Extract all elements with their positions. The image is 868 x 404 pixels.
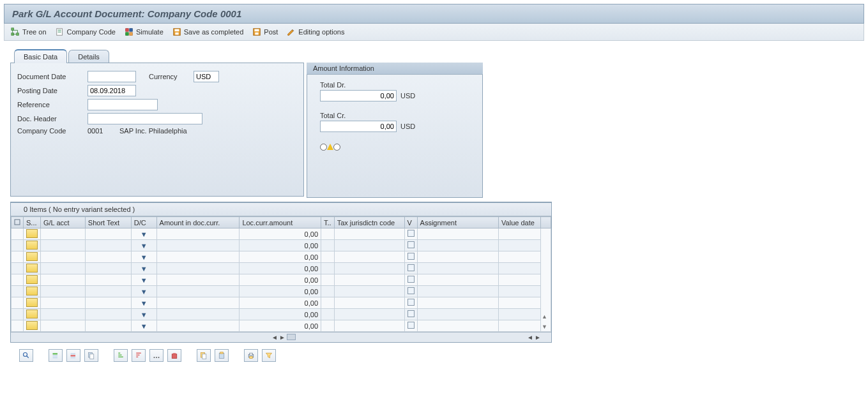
short-text-cell[interactable] (85, 228, 131, 240)
save-completed-button[interactable]: Save as completed (172, 27, 244, 36)
status-cell[interactable] (24, 274, 41, 286)
amount-doc-cell[interactable] (156, 297, 240, 309)
gl-acct-cell[interactable] (41, 228, 86, 240)
delete-row-button[interactable] (66, 349, 80, 362)
status-cell[interactable] (24, 240, 41, 251)
tax-cell[interactable] (321, 274, 335, 286)
amount-doc-cell[interactable] (156, 309, 240, 320)
checkbox-icon[interactable] (407, 230, 415, 237)
assignment-cell[interactable] (417, 320, 498, 332)
gl-acct-cell[interactable] (41, 297, 86, 309)
gl-acct-cell[interactable] (41, 309, 86, 320)
short-text-cell[interactable] (85, 297, 131, 309)
row-selector-cell[interactable] (11, 286, 24, 297)
value-date-cell[interactable] (499, 251, 541, 263)
table-row[interactable]: ▼0,00 (11, 286, 551, 297)
v-cell[interactable] (404, 251, 417, 263)
doc-header-input[interactable] (88, 113, 202, 124)
copy-row-button[interactable] (84, 349, 98, 362)
tax-cell[interactable] (321, 286, 335, 297)
col-value-date[interactable]: Value date (499, 217, 541, 228)
scroll-up-icon[interactable]: ▲ (542, 313, 547, 320)
hscroll-right-icon[interactable]: ► (279, 334, 286, 341)
dc-cell[interactable]: ▼ (131, 320, 156, 332)
dc-cell[interactable]: ▼ (131, 297, 156, 309)
f4-button-icon[interactable] (26, 229, 38, 238)
hscroll-thumb[interactable] (287, 334, 296, 340)
assignment-cell[interactable] (417, 286, 498, 297)
dc-cell[interactable]: ▼ (131, 309, 156, 320)
row-selector-cell[interactable] (11, 251, 24, 263)
assignment-cell[interactable] (417, 274, 498, 286)
short-text-cell[interactable] (85, 320, 131, 332)
simulate-button[interactable]: Simulate (125, 27, 164, 36)
row-selector-cell[interactable] (11, 240, 24, 251)
row-selector-cell[interactable] (11, 320, 24, 332)
f4-button-icon[interactable] (26, 287, 38, 296)
value-date-cell[interactable] (499, 320, 541, 332)
tax-cell[interactable] (321, 309, 335, 320)
sort-asc-button[interactable] (114, 349, 128, 362)
tax-cell[interactable] (321, 263, 335, 274)
reference-input[interactable] (88, 99, 158, 110)
assignment-cell[interactable] (417, 240, 498, 251)
f4-button-icon[interactable] (26, 275, 38, 284)
f4-button-icon[interactable] (26, 252, 38, 261)
tax-jur-cell[interactable] (334, 251, 404, 263)
dc-cell[interactable]: ▼ (131, 228, 156, 240)
value-date-cell[interactable] (499, 240, 541, 251)
v-cell[interactable] (404, 297, 417, 309)
amount-doc-cell[interactable] (156, 240, 240, 251)
tax-jur-cell[interactable] (334, 309, 404, 320)
status-cell[interactable] (24, 251, 41, 263)
vscroll[interactable]: ▲▼ (541, 228, 551, 332)
paste-button[interactable] (215, 349, 229, 362)
f4-button-icon[interactable] (26, 241, 38, 250)
dc-cell[interactable]: ▼ (131, 240, 156, 251)
short-text-cell[interactable] (85, 286, 131, 297)
table-row[interactable]: ▼0,00 (11, 240, 551, 251)
table-row[interactable]: ▼0,00 (11, 274, 551, 286)
short-text-cell[interactable] (85, 309, 131, 320)
dc-cell[interactable]: ▼ (131, 274, 156, 286)
checkbox-icon[interactable] (407, 276, 415, 283)
col-status[interactable]: S... (24, 217, 41, 228)
checkbox-icon[interactable] (407, 264, 415, 271)
v-cell[interactable] (404, 240, 417, 251)
tax-jur-cell[interactable] (334, 240, 404, 251)
table-row[interactable]: ▼0,00 (11, 320, 551, 332)
status-cell[interactable] (24, 263, 41, 274)
tree-on-button[interactable]: Tree on (11, 27, 47, 36)
checkbox-icon[interactable] (407, 322, 415, 329)
hscroll2-left-icon[interactable]: ◄ (527, 334, 533, 341)
value-date-cell[interactable] (499, 297, 541, 309)
more-button[interactable]: … (149, 349, 164, 362)
posting-date-input[interactable] (88, 85, 136, 96)
post-button[interactable]: Post (252, 27, 278, 36)
checkbox-icon[interactable] (407, 287, 415, 294)
tax-cell[interactable] (321, 228, 335, 240)
gl-acct-cell[interactable] (41, 320, 86, 332)
tab-basic-data[interactable]: Basic Data (14, 49, 67, 63)
table-row[interactable]: ▼0,00 (11, 309, 551, 320)
amount-doc-cell[interactable] (156, 274, 240, 286)
status-cell[interactable] (24, 286, 41, 297)
row-selector-cell[interactable] (11, 263, 24, 274)
col-v[interactable]: V (404, 217, 417, 228)
editing-options-button[interactable]: Editing options (287, 27, 344, 36)
value-date-cell[interactable] (499, 286, 541, 297)
insert-row-button[interactable] (49, 349, 63, 362)
col-amount-doc[interactable]: Amount in doc.curr. (156, 217, 240, 228)
f4-button-icon[interactable] (26, 310, 38, 318)
tab-details[interactable]: Details (68, 50, 109, 63)
filter-button[interactable] (262, 349, 276, 362)
col-tax-jur[interactable]: Tax jurisdictn code (334, 217, 404, 228)
document-date-input[interactable] (88, 71, 136, 82)
gl-acct-cell[interactable] (41, 274, 86, 286)
tax-cell[interactable] (321, 240, 335, 251)
row-selector-cell[interactable] (11, 297, 24, 309)
table-row[interactable]: ▼0,00 (11, 263, 551, 274)
v-cell[interactable] (404, 274, 417, 286)
dc-cell[interactable]: ▼ (131, 286, 156, 297)
table-row[interactable]: ▼0,00▲▼ (11, 228, 551, 240)
